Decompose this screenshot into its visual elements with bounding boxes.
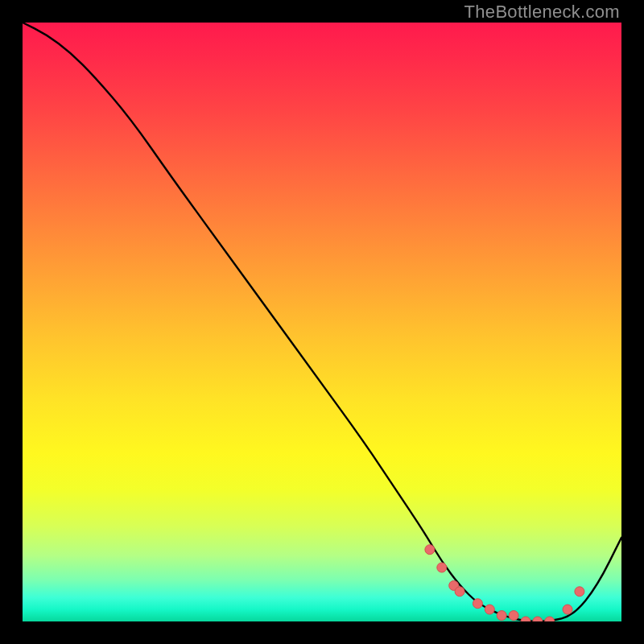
valley-marker — [575, 587, 584, 597]
gradient-plot-area — [23, 23, 621, 621]
bottleneck-curve — [23, 23, 621, 621]
valley-marker — [425, 545, 435, 555]
valley-marker — [497, 611, 506, 621]
valley-marker — [545, 617, 555, 621]
valley-markers-group — [425, 545, 584, 621]
valley-marker — [509, 611, 518, 621]
valley-marker — [485, 605, 494, 614]
valley-marker — [437, 563, 447, 572]
valley-marker — [473, 599, 482, 609]
valley-marker — [563, 605, 572, 614]
valley-marker — [521, 617, 530, 621]
valley-marker — [533, 617, 543, 621]
outer-frame: TheBottleneck.com — [0, 0, 644, 644]
chart-svg — [23, 23, 621, 621]
watermark-text: TheBottleneck.com — [464, 2, 620, 23]
valley-marker — [455, 587, 464, 597]
